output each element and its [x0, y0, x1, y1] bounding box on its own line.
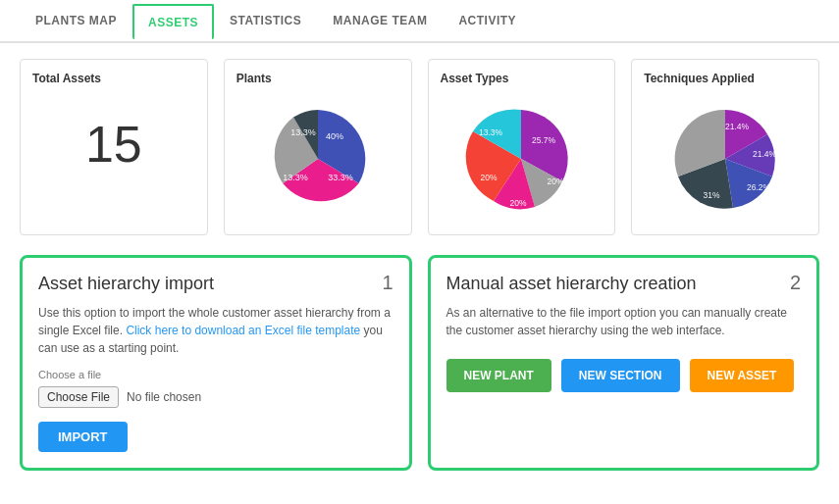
plants-title: Plants	[236, 72, 399, 85]
choose-file-button[interactable]: Choose File	[38, 386, 119, 408]
stats-row: Total Assets 15 Plants	[20, 59, 819, 235]
manual-box-description: As an alternative to the file import opt…	[446, 304, 802, 339]
asset-types-chart: 25.7% 20% 20% 20% 13.3%	[441, 95, 603, 223]
import-template-link[interactable]: Click here to download an Excel file tem…	[126, 324, 360, 337]
main-content: Total Assets 15 Plants	[0, 43, 839, 486]
total-assets-title: Total Assets	[32, 72, 195, 85]
tab-activity[interactable]: ACTIVITY	[443, 2, 532, 42]
tab-plants-map[interactable]: PLANTS MAP	[20, 2, 132, 42]
plants-card: Plants 40% 33.3% 13.3%	[224, 59, 412, 235]
asset-types-card: Asset Types 25.7% 20% 20% 20% 13.3%	[428, 59, 616, 235]
tab-statistics[interactable]: STATISTICS	[214, 2, 317, 42]
techniques-card: Techniques Applied 21.4% 21.4% 26.2% 31%	[631, 59, 819, 235]
svg-text:31%: 31%	[704, 190, 720, 200]
asset-types-title: Asset Types	[441, 72, 603, 85]
new-plant-button[interactable]: NEW PLANT	[446, 359, 551, 392]
techniques-chart: 21.4% 21.4% 26.2% 31%	[644, 95, 807, 223]
svg-text:20%: 20%	[510, 198, 527, 208]
no-file-text: No file chosen	[127, 390, 201, 404]
svg-text:13.3%: 13.3%	[290, 127, 316, 137]
svg-text:20%: 20%	[481, 173, 498, 182]
svg-text:13.3%: 13.3%	[479, 127, 503, 137]
svg-text:25.7%: 25.7%	[532, 135, 556, 145]
svg-text:21.4%: 21.4%	[725, 122, 750, 131]
new-asset-button[interactable]: NEW ASSET	[690, 359, 795, 392]
svg-text:13.3%: 13.3%	[283, 173, 308, 182]
techniques-title: Techniques Applied	[644, 72, 807, 85]
nav-bar: PLANTS MAP ASSETS STATISTICS MANAGE TEAM…	[0, 0, 839, 43]
manual-box-title: Manual asset hierarchy creation	[446, 274, 802, 294]
total-assets-card: Total Assets 15	[20, 59, 208, 235]
import-box-number: 1	[382, 272, 393, 294]
bottom-row: Asset hierarchy import 1 Use this option…	[20, 255, 819, 471]
svg-text:40%: 40%	[326, 131, 343, 141]
svg-text:21.4%: 21.4%	[753, 149, 777, 159]
choose-file-label: Choose a file	[38, 369, 393, 380]
file-input-row: Choose File No file chosen	[38, 386, 393, 408]
manual-box: Manual asset hierarchy creation 2 As an …	[428, 255, 820, 471]
total-assets-value: 15	[32, 95, 195, 193]
import-button[interactable]: IMPORT	[38, 422, 128, 452]
import-box: Asset hierarchy import 1 Use this option…	[20, 255, 412, 471]
import-box-description: Use this option to import the whole cust…	[38, 304, 393, 357]
tab-manage-team[interactable]: MANAGE TEAM	[317, 2, 443, 42]
svg-text:33.3%: 33.3%	[328, 173, 353, 182]
new-section-button[interactable]: NEW SECTION	[561, 359, 680, 392]
import-box-title: Asset hierarchy import	[38, 274, 393, 294]
plants-chart: 40% 33.3% 13.3% 13.3%	[236, 95, 399, 223]
action-buttons: NEW PLANT NEW SECTION NEW ASSET	[446, 359, 802, 392]
svg-text:20%: 20%	[548, 176, 564, 186]
svg-text:26.2%: 26.2%	[747, 182, 771, 192]
tab-assets[interactable]: ASSETS	[132, 4, 214, 39]
manual-box-number: 2	[790, 272, 801, 294]
